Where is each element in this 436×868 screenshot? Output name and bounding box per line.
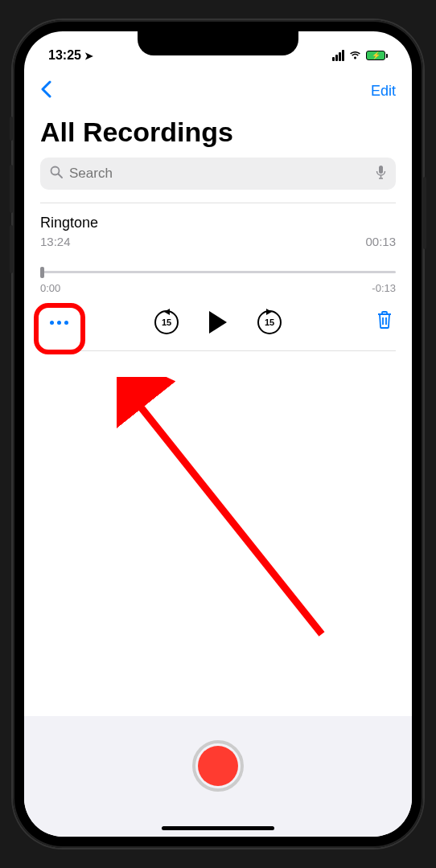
playback-scrubber[interactable] (40, 264, 396, 280)
search-icon (50, 166, 63, 182)
home-indicator[interactable] (162, 826, 274, 830)
annotation-highlight (34, 303, 85, 354)
page-title: All Recordings (24, 112, 412, 158)
elapsed-time: 0:00 (40, 282, 60, 294)
record-button[interactable] (192, 740, 244, 792)
more-options-button[interactable] (40, 321, 77, 325)
search-input[interactable] (69, 166, 369, 182)
recording-duration: 00:13 (365, 235, 396, 248)
location-icon: ➤ (84, 50, 93, 62)
svg-line-1 (59, 174, 63, 178)
status-time: 13:25 (48, 48, 81, 63)
record-icon (198, 746, 238, 786)
annotation-arrow (117, 377, 342, 653)
recording-item[interactable]: Ringtone 13:24 00:13 0:00 -0:13 (24, 203, 412, 350)
mic-icon[interactable] (376, 165, 386, 182)
skip-forward-label: 15 (265, 317, 274, 327)
delete-button[interactable] (376, 310, 396, 334)
recording-name: Ringtone (40, 215, 396, 231)
search-bar[interactable] (40, 158, 396, 190)
signal-icon (332, 50, 344, 61)
nav-bar: Edit (24, 70, 412, 112)
record-section (24, 716, 412, 837)
remaining-time: -0:13 (372, 282, 396, 294)
battery-icon: ⚡ (366, 51, 388, 60)
divider (40, 350, 396, 351)
trash-icon (376, 310, 393, 330)
svg-line-3 (133, 397, 322, 634)
recording-time: 13:24 (40, 235, 71, 248)
svg-rect-2 (379, 166, 383, 174)
ellipsis-icon (50, 321, 68, 325)
skip-back-button[interactable]: 15 (154, 310, 179, 334)
skip-back-label: 15 (162, 317, 171, 327)
wifi-icon (348, 49, 362, 63)
back-button[interactable] (40, 78, 51, 104)
edit-button[interactable]: Edit (371, 83, 396, 100)
skip-forward-button[interactable]: 15 (257, 310, 282, 334)
play-button[interactable] (209, 311, 227, 334)
